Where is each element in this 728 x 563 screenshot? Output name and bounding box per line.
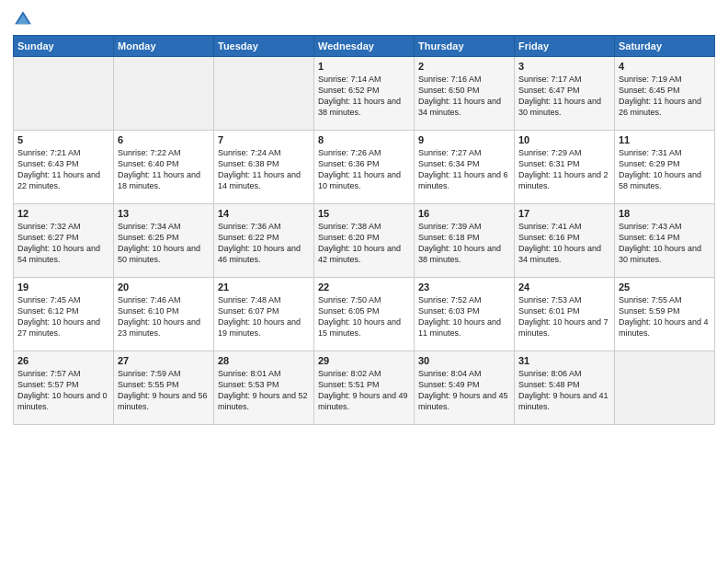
calendar-cell: 15Sunrise: 7:38 AM Sunset: 6:20 PM Dayli… bbox=[314, 204, 415, 278]
calendar-cell: 10Sunrise: 7:29 AM Sunset: 6:31 PM Dayli… bbox=[515, 131, 615, 204]
day-details: Sunrise: 7:48 AM Sunset: 6:07 PM Dayligh… bbox=[218, 294, 310, 339]
logo bbox=[13, 9, 37, 29]
week-row-1: 1Sunrise: 7:14 AM Sunset: 6:52 PM Daylig… bbox=[14, 57, 715, 131]
day-details: Sunrise: 7:43 AM Sunset: 6:14 PM Dayligh… bbox=[619, 221, 711, 266]
day-details: Sunrise: 7:17 AM Sunset: 6:47 PM Dayligh… bbox=[518, 74, 610, 119]
weekday-header-wednesday: Wednesday bbox=[314, 36, 415, 57]
day-details: Sunrise: 8:01 AM Sunset: 5:53 PM Dayligh… bbox=[218, 368, 310, 413]
calendar-cell: 19Sunrise: 7:45 AM Sunset: 6:12 PM Dayli… bbox=[14, 278, 114, 351]
day-number: 5 bbox=[17, 134, 109, 145]
day-number: 14 bbox=[218, 208, 310, 219]
calendar-cell: 25Sunrise: 7:55 AM Sunset: 5:59 PM Dayli… bbox=[615, 278, 715, 351]
day-details: Sunrise: 7:24 AM Sunset: 6:38 PM Dayligh… bbox=[218, 147, 310, 192]
day-number: 31 bbox=[518, 355, 610, 366]
day-number: 24 bbox=[518, 282, 610, 293]
weekday-header-friday: Friday bbox=[515, 36, 615, 57]
day-number: 21 bbox=[218, 282, 310, 293]
calendar-cell: 23Sunrise: 7:52 AM Sunset: 6:03 PM Dayli… bbox=[415, 278, 515, 351]
weekday-header-monday: Monday bbox=[114, 36, 214, 57]
day-number: 18 bbox=[619, 208, 711, 219]
weekday-header-saturday: Saturday bbox=[615, 36, 715, 57]
day-details: Sunrise: 7:55 AM Sunset: 5:59 PM Dayligh… bbox=[619, 294, 711, 339]
day-details: Sunrise: 7:36 AM Sunset: 6:22 PM Dayligh… bbox=[218, 221, 310, 266]
calendar-cell: 18Sunrise: 7:43 AM Sunset: 6:14 PM Dayli… bbox=[615, 204, 715, 278]
logo-icon bbox=[13, 9, 33, 29]
calendar-cell bbox=[114, 57, 214, 131]
weekday-header-tuesday: Tuesday bbox=[214, 36, 314, 57]
calendar-cell: 30Sunrise: 8:04 AM Sunset: 5:49 PM Dayli… bbox=[415, 351, 515, 425]
calendar-cell: 3Sunrise: 7:17 AM Sunset: 6:47 PM Daylig… bbox=[515, 57, 615, 131]
day-details: Sunrise: 7:39 AM Sunset: 6:18 PM Dayligh… bbox=[418, 221, 510, 266]
day-number: 15 bbox=[318, 208, 410, 219]
calendar-cell: 31Sunrise: 8:06 AM Sunset: 5:48 PM Dayli… bbox=[515, 351, 615, 425]
day-number: 8 bbox=[318, 134, 410, 145]
day-number: 6 bbox=[118, 134, 210, 145]
day-number: 26 bbox=[17, 355, 109, 366]
day-details: Sunrise: 8:02 AM Sunset: 5:51 PM Dayligh… bbox=[318, 368, 410, 413]
calendar-cell: 21Sunrise: 7:48 AM Sunset: 6:07 PM Dayli… bbox=[214, 278, 314, 351]
calendar-cell: 22Sunrise: 7:50 AM Sunset: 6:05 PM Dayli… bbox=[314, 278, 415, 351]
day-number: 23 bbox=[418, 282, 510, 293]
calendar-cell bbox=[14, 57, 114, 131]
day-details: Sunrise: 7:50 AM Sunset: 6:05 PM Dayligh… bbox=[318, 294, 410, 339]
day-details: Sunrise: 7:45 AM Sunset: 6:12 PM Dayligh… bbox=[17, 294, 109, 339]
calendar-cell: 16Sunrise: 7:39 AM Sunset: 6:18 PM Dayli… bbox=[415, 204, 515, 278]
week-row-3: 12Sunrise: 7:32 AM Sunset: 6:27 PM Dayli… bbox=[14, 204, 715, 278]
day-number: 9 bbox=[418, 134, 510, 145]
day-number: 4 bbox=[619, 61, 711, 72]
day-details: Sunrise: 7:26 AM Sunset: 6:36 PM Dayligh… bbox=[318, 147, 410, 192]
day-number: 12 bbox=[17, 208, 109, 219]
day-number: 20 bbox=[118, 282, 210, 293]
day-number: 10 bbox=[518, 134, 610, 145]
day-number: 1 bbox=[318, 61, 410, 72]
day-number: 22 bbox=[318, 282, 410, 293]
calendar-cell: 9Sunrise: 7:27 AM Sunset: 6:34 PM Daylig… bbox=[415, 131, 515, 204]
day-number: 28 bbox=[218, 355, 310, 366]
day-number: 2 bbox=[418, 61, 510, 72]
week-row-4: 19Sunrise: 7:45 AM Sunset: 6:12 PM Dayli… bbox=[14, 278, 715, 351]
day-details: Sunrise: 7:59 AM Sunset: 5:55 PM Dayligh… bbox=[118, 368, 210, 413]
day-number: 16 bbox=[418, 208, 510, 219]
calendar-cell: 11Sunrise: 7:31 AM Sunset: 6:29 PM Dayli… bbox=[615, 131, 715, 204]
day-details: Sunrise: 7:19 AM Sunset: 6:45 PM Dayligh… bbox=[619, 74, 711, 119]
day-details: Sunrise: 7:41 AM Sunset: 6:16 PM Dayligh… bbox=[518, 221, 610, 266]
day-details: Sunrise: 7:46 AM Sunset: 6:10 PM Dayligh… bbox=[118, 294, 210, 339]
calendar-body: 1Sunrise: 7:14 AM Sunset: 6:52 PM Daylig… bbox=[14, 57, 715, 425]
day-number: 17 bbox=[518, 208, 610, 219]
calendar-cell: 7Sunrise: 7:24 AM Sunset: 6:38 PM Daylig… bbox=[214, 131, 314, 204]
calendar-cell: 17Sunrise: 7:41 AM Sunset: 6:16 PM Dayli… bbox=[515, 204, 615, 278]
header bbox=[13, 9, 715, 29]
day-details: Sunrise: 7:52 AM Sunset: 6:03 PM Dayligh… bbox=[418, 294, 510, 339]
day-number: 27 bbox=[118, 355, 210, 366]
day-details: Sunrise: 7:22 AM Sunset: 6:40 PM Dayligh… bbox=[118, 147, 210, 192]
day-number: 30 bbox=[418, 355, 510, 366]
calendar-cell: 14Sunrise: 7:36 AM Sunset: 6:22 PM Dayli… bbox=[214, 204, 314, 278]
day-details: Sunrise: 7:57 AM Sunset: 5:57 PM Dayligh… bbox=[17, 368, 109, 413]
day-number: 29 bbox=[318, 355, 410, 366]
day-details: Sunrise: 7:38 AM Sunset: 6:20 PM Dayligh… bbox=[318, 221, 410, 266]
day-number: 11 bbox=[619, 134, 711, 145]
calendar-cell: 4Sunrise: 7:19 AM Sunset: 6:45 PM Daylig… bbox=[615, 57, 715, 131]
day-details: Sunrise: 7:32 AM Sunset: 6:27 PM Dayligh… bbox=[17, 221, 109, 266]
calendar-cell: 29Sunrise: 8:02 AM Sunset: 5:51 PM Dayli… bbox=[314, 351, 415, 425]
calendar-cell: 5Sunrise: 7:21 AM Sunset: 6:43 PM Daylig… bbox=[14, 131, 114, 204]
calendar-cell: 6Sunrise: 7:22 AM Sunset: 6:40 PM Daylig… bbox=[114, 131, 214, 204]
day-number: 19 bbox=[17, 282, 109, 293]
week-row-2: 5Sunrise: 7:21 AM Sunset: 6:43 PM Daylig… bbox=[14, 131, 715, 204]
calendar-container: SundayMondayTuesdayWednesdayThursdayFrid… bbox=[0, 0, 728, 563]
calendar-table: SundayMondayTuesdayWednesdayThursdayFrid… bbox=[13, 35, 715, 425]
week-row-5: 26Sunrise: 7:57 AM Sunset: 5:57 PM Dayli… bbox=[14, 351, 715, 425]
calendar-cell: 8Sunrise: 7:26 AM Sunset: 6:36 PM Daylig… bbox=[314, 131, 415, 204]
calendar-cell bbox=[615, 351, 715, 425]
calendar-cell: 12Sunrise: 7:32 AM Sunset: 6:27 PM Dayli… bbox=[14, 204, 114, 278]
calendar-cell bbox=[214, 57, 314, 131]
day-details: Sunrise: 7:27 AM Sunset: 6:34 PM Dayligh… bbox=[418, 147, 510, 192]
day-details: Sunrise: 7:34 AM Sunset: 6:25 PM Dayligh… bbox=[118, 221, 210, 266]
day-details: Sunrise: 8:04 AM Sunset: 5:49 PM Dayligh… bbox=[418, 368, 510, 413]
day-details: Sunrise: 7:53 AM Sunset: 6:01 PM Dayligh… bbox=[518, 294, 610, 339]
calendar-cell: 2Sunrise: 7:16 AM Sunset: 6:50 PM Daylig… bbox=[415, 57, 515, 131]
day-details: Sunrise: 7:21 AM Sunset: 6:43 PM Dayligh… bbox=[17, 147, 109, 192]
calendar-cell: 26Sunrise: 7:57 AM Sunset: 5:57 PM Dayli… bbox=[14, 351, 114, 425]
weekday-header-sunday: Sunday bbox=[14, 36, 114, 57]
day-details: Sunrise: 7:31 AM Sunset: 6:29 PM Dayligh… bbox=[619, 147, 711, 192]
